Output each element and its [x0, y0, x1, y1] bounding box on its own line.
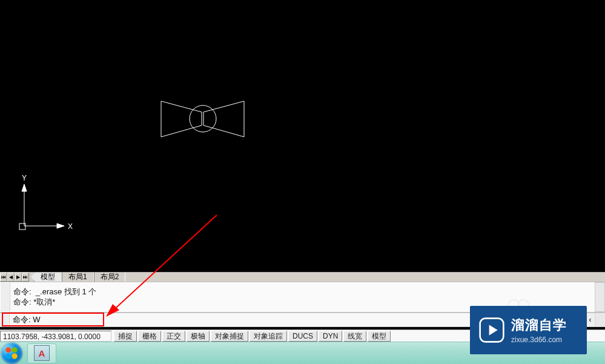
status-modelspace[interactable]: 模型 [368, 331, 391, 342]
command-gutter-input [0, 313, 10, 326]
status-ducs[interactable]: DUCS [288, 331, 317, 342]
status-polar[interactable]: 极轴 [187, 331, 210, 342]
tabs-first-icon[interactable]: ⏮ [0, 273, 7, 282]
drawing-area[interactable]: Y X [0, 0, 605, 272]
tabs-last-icon[interactable]: ⏭ [22, 273, 29, 282]
status-osnap[interactable]: 对象捕捉 [211, 331, 248, 342]
svg-point-9 [12, 347, 18, 352]
svg-point-11 [12, 353, 18, 359]
status-dyn[interactable]: DYN [319, 331, 342, 342]
tabs-prev-icon[interactable]: ◀ [7, 273, 15, 282]
svg-marker-4 [22, 184, 27, 191]
command-expand-icon[interactable]: ‹ [586, 313, 594, 326]
drawing-object: Y X [0, 0, 605, 272]
command-scrollbar-h[interactable] [595, 313, 605, 326]
status-lineweight[interactable]: 线宽 [343, 331, 366, 342]
status-ortho[interactable]: 正交 [162, 331, 185, 342]
status-snap[interactable]: 捕捉 [114, 331, 137, 342]
tab-layout1[interactable]: 布局1 [62, 273, 94, 282]
svg-marker-15 [489, 325, 498, 336]
watermark-badge: 溜溜自学 zixue.3d66.com [470, 306, 587, 354]
watermark-title: 溜溜自学 [511, 316, 567, 334]
play-icon [478, 317, 505, 343]
autocad-icon: A [34, 345, 50, 361]
tab-model[interactable]: 模型 [34, 273, 62, 282]
axis-x-label: X [68, 222, 73, 231]
svg-marker-0 [161, 101, 202, 137]
svg-point-2 [190, 105, 216, 132]
tab-layout2[interactable]: 布局2 [94, 273, 126, 282]
command-scrollbar-v[interactable] [595, 282, 605, 312]
tabs-next-icon[interactable]: ▶ [15, 273, 22, 282]
svg-point-10 [5, 353, 11, 359]
svg-marker-1 [203, 101, 244, 137]
svg-marker-6 [57, 223, 64, 228]
status-grid[interactable]: 栅格 [138, 331, 161, 342]
coordinates-readout: 1103.7958, -433.9081, 0.0000 [0, 331, 111, 342]
axis-y-label: Y [22, 174, 27, 182]
svg-point-8 [5, 347, 11, 352]
status-otrack[interactable]: 对象追踪 [250, 331, 287, 342]
layout-tabs-bar: ⏮ ◀ ▶ ⏭ 模型 布局1 布局2 [0, 272, 605, 282]
watermark-subtitle: zixue.3d66.com [511, 336, 567, 344]
start-button[interactable] [1, 343, 22, 364]
history-line-1: 命令: _.erase 找到 1 个 [1, 286, 595, 297]
taskbar-app-autocad[interactable]: A [27, 343, 56, 363]
